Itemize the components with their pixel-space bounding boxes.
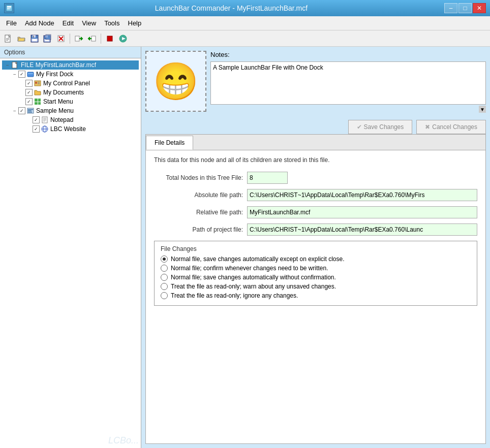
svg-rect-45 <box>43 121 45 121</box>
start-icon <box>34 98 42 106</box>
svg-rect-10 <box>33 36 34 38</box>
tree-node-file[interactable]: − FILE MyFirstLaunchBar.mcf <box>2 60 139 70</box>
tree-node-docs[interactable]: My Documents <box>2 88 139 97</box>
preview-emoji: 😁 <box>153 63 199 100</box>
tree-node-dock[interactable]: − My First Dock <box>2 70 139 79</box>
toolbar-new[interactable] <box>2 33 14 45</box>
tree-label-file: FILE MyFirstLaunchBar.mcf <box>21 61 96 69</box>
close-button[interactable]: ✕ <box>473 3 486 13</box>
fd-relative-input[interactable] <box>247 206 477 218</box>
file-icon <box>11 61 19 69</box>
tree-node-notepad[interactable]: Notepad <box>2 115 139 124</box>
cancel-x-icon: ✖ <box>425 123 430 131</box>
file-details-panel: File Details This data for this node and… <box>145 134 486 444</box>
save-changes-button[interactable]: ✔ Save Changes <box>348 120 413 134</box>
cancel-changes-button[interactable]: ✖ Cancel Changes <box>416 120 486 134</box>
tree-label-docs: My Documents <box>43 89 84 96</box>
fc-radio-3[interactable] <box>161 274 168 281</box>
toolbar-stop[interactable] <box>104 33 116 45</box>
checkbox-notepad[interactable] <box>33 116 40 123</box>
expand-notepad[interactable] <box>25 116 33 123</box>
svg-rect-6 <box>6 39 9 40</box>
svg-rect-32 <box>38 83 40 84</box>
menu-edit[interactable]: Edit <box>58 17 78 29</box>
window-controls: – □ ✕ <box>444 3 486 13</box>
checkbox-dock[interactable] <box>18 71 25 78</box>
tree-node-cpl[interactable]: My Control Panel <box>2 79 139 88</box>
tree-node-start[interactable]: Start Menu <box>2 97 139 106</box>
fc-legend: File Changes <box>161 245 471 252</box>
fc-option-5-label: Treat the file as read-only; ignore any … <box>171 292 298 299</box>
fc-radio-2[interactable] <box>161 265 168 272</box>
tree-label-sample: Sample Menu <box>36 107 74 114</box>
notepad-icon <box>41 116 49 124</box>
sample-icon <box>26 107 35 115</box>
fc-option-3: Normal file; save changes automatically … <box>161 274 471 281</box>
notes-area: Notes: A Sample LaunchBar File with One … <box>210 51 486 112</box>
sidebar: Options − FILE MyFirstLaunchBar.mcf − My <box>0 47 141 448</box>
checkbox-sample[interactable] <box>18 107 25 114</box>
fc-option-2-label: Normal file; confirm whenever changes ne… <box>171 265 328 272</box>
fd-project-input[interactable] <box>247 223 477 236</box>
top-section: 😁 Notes: A Sample LaunchBar File with On… <box>145 51 486 112</box>
svg-rect-43 <box>43 119 46 119</box>
scrollbar-thumb[interactable]: ▼ <box>479 106 486 113</box>
expand-dock[interactable]: − <box>11 71 18 78</box>
checkbox-cpl[interactable] <box>25 80 33 87</box>
fc-radio-5[interactable] <box>161 292 168 299</box>
maximize-button[interactable]: □ <box>458 3 472 13</box>
toolbar-open[interactable] <box>15 33 27 45</box>
fd-absolute-input[interactable] <box>247 189 477 201</box>
expand-cpl[interactable] <box>18 80 25 87</box>
checkbox-start[interactable] <box>25 98 33 105</box>
svg-rect-22 <box>91 36 96 41</box>
toolbar-sep1 <box>70 34 70 44</box>
expand-sample[interactable]: − <box>11 107 18 114</box>
minimize-button[interactable]: – <box>444 3 457 13</box>
svg-rect-35 <box>35 102 38 105</box>
menu-file[interactable]: File <box>2 17 21 29</box>
tree-label-lbc: LBC Website <box>50 125 86 133</box>
svg-rect-38 <box>28 109 33 110</box>
svg-rect-2 <box>7 8 11 8</box>
notes-textarea[interactable]: A Sample LaunchBar File with One Dock <box>210 61 486 105</box>
fd-total-input[interactable] <box>247 172 288 184</box>
icon-preview[interactable]: 😁 <box>145 51 206 112</box>
fc-option-4: Treat the file as read-only; warn about … <box>161 283 471 290</box>
expand-file[interactable]: − <box>4 61 11 69</box>
tree-node-lbc[interactable]: LBC Website <box>2 124 139 134</box>
toolbar-import[interactable] <box>73 33 85 45</box>
dock-icon <box>26 70 35 78</box>
toolbar-run[interactable] <box>117 33 129 45</box>
fc-option-2: Normal file; confirm whenever changes ne… <box>161 265 471 272</box>
menu-help[interactable]: Help <box>124 17 146 29</box>
lbc-icon <box>41 125 49 133</box>
toolbar-save[interactable] <box>28 33 41 45</box>
menu-bar: File Add Node Edit View Tools Help <box>0 16 490 30</box>
toolbar-export[interactable] <box>86 33 98 45</box>
fc-option-4-label: Treat the file as read-only; warn about … <box>171 283 336 290</box>
expand-lbc[interactable] <box>25 125 33 133</box>
toolbar-close[interactable] <box>55 33 67 45</box>
menu-view[interactable]: View <box>78 17 100 29</box>
fd-total-label: Total Nodes in this Tree File: <box>154 174 243 181</box>
toolbar-saveall[interactable] <box>42 33 54 45</box>
menu-add-node[interactable]: Add Node <box>21 17 58 29</box>
checkbox-lbc[interactable] <box>33 125 40 133</box>
expand-start[interactable] <box>18 98 25 105</box>
expand-docs[interactable] <box>18 89 25 96</box>
save-button-label: Save Changes <box>364 123 404 131</box>
fd-row-project: Path of project file: <box>154 223 477 236</box>
svg-rect-7 <box>6 40 8 41</box>
tab-file-details[interactable]: File Details <box>146 136 193 150</box>
fc-radio-4[interactable] <box>161 283 168 290</box>
tab-bar: File Details <box>146 135 485 150</box>
fc-radio-1[interactable] <box>161 255 168 263</box>
checkbox-docs[interactable] <box>25 89 33 96</box>
tree-node-sample[interactable]: − Sample Menu <box>2 106 139 115</box>
fd-absolute-label: Absolute file path: <box>154 191 243 199</box>
menu-tools[interactable]: Tools <box>100 17 124 29</box>
file-changes-group: File Changes Normal file, save changes a… <box>154 241 477 306</box>
title-bar: LaunchBar Commander - MyFirstLaunchBar.m… <box>0 0 490 16</box>
svg-rect-3 <box>7 9 10 9</box>
